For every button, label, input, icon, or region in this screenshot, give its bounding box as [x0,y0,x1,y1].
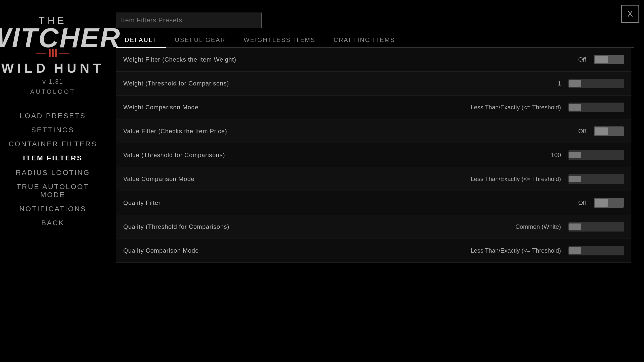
slider-weight-threshold[interactable] [569,79,624,88]
slider-thumb-quality-threshold [569,223,581,230]
logo-roman-numeral: III [48,47,58,60]
setting-value-quality-filter: Off [498,199,594,206]
slider-quality-comparison-mode[interactable] [569,246,624,255]
tab-crafting-items[interactable]: CRAFTING ITEMS [325,33,404,48]
setting-row-value-filter: Value Filter (Checks the Item Price)Off [116,119,631,143]
slider-quality-threshold[interactable] [569,222,624,232]
main-content: DEFAULTUSEFUL GEARWEIGHTLESS ITEMSCRAFTI… [106,0,644,362]
toggle-quality-filter[interactable] [594,198,624,208]
toggle-weight-filter[interactable] [594,55,624,64]
setting-label-weight-threshold: Weight (Threshold for Comparisons) [123,80,473,87]
logo-version: v 1.31 [43,78,63,85]
setting-value-value-threshold: 100 [473,152,569,159]
slider-value-threshold[interactable] [569,150,624,160]
nav-item-true-autoloot-mode[interactable]: TRUE AUTOLOOT MODE [0,181,106,200]
setting-row-value-threshold: Value (Threshold for Comparisons)100 [116,143,631,167]
setting-row-quality-filter: Quality FilterOff [116,191,631,215]
slider-thumb-value-comparison-mode [569,176,581,182]
setting-value-value-comparison-mode: Less Than/Exactly (<= Threshold) [471,175,569,183]
setting-row-weight-comparison-mode: Weight Comparison ModeLess Than/Exactly … [116,96,631,119]
logo-autoloot: AUTOLOOT [18,86,88,95]
roman-line-left [36,53,46,54]
nav-item-item-filters[interactable]: ITEM FILTERS [0,153,106,164]
presets-input-wrap [116,13,634,28]
tab-default[interactable]: DEFAULT [116,33,166,48]
setting-value-weight-filter: Off [498,56,594,63]
logo-wild: WILD [1,61,49,76]
slider-thumb-quality-comparison-mode [569,247,581,254]
setting-value-weight-comparison-mode: Less Than/Exactly (<= Threshold) [471,104,569,111]
tab-weightless-items[interactable]: WEIGHTLESS ITEMS [235,33,325,48]
settings-area[interactable]: Weight Filter (Checks the Item Weight)Of… [116,48,634,352]
setting-value-quality-threshold: Common (White) [473,223,569,230]
toggle-value-filter[interactable] [594,126,624,136]
slider-thumb-weight-comparison-mode [569,104,581,111]
tabs-row: DEFAULTUSEFUL GEARWEIGHTLESS ITEMSCRAFTI… [116,33,634,48]
setting-label-quality-filter: Quality Filter [123,199,498,206]
slider-weight-comparison-mode[interactable] [569,103,624,112]
setting-label-quality-comparison-mode: Quality Comparison Mode [123,247,471,254]
slider-thumb-weight-threshold [569,80,581,87]
setting-row-quality-comparison-mode: Quality Comparison ModeLess Than/Exactly… [116,239,631,263]
setting-value-value-filter: Off [498,128,594,135]
setting-label-value-threshold: Value (Threshold for Comparisons) [123,152,473,159]
nav-item-notifications[interactable]: NOTIFICATIONS [0,203,106,214]
slider-thumb-value-threshold [569,152,581,158]
setting-row-weight-filter: Weight Filter (Checks the Item Weight)Of… [116,48,631,72]
close-icon: X [627,9,633,19]
sidebar: THE WITCHER III WILD HUNT v 1.31 AUTOLOO… [0,0,106,362]
setting-value-weight-threshold: 1 [473,80,569,87]
close-button[interactable]: X [621,5,639,23]
nav-menu: LOAD PRESETSSETTINGSCONTAINER FILTERSITE… [0,110,106,229]
nav-item-load-presets[interactable]: LOAD PRESETS [0,110,106,121]
nav-item-settings[interactable]: SETTINGS [0,124,106,135]
setting-row-weight-threshold: Weight (Threshold for Comparisons)1 [116,72,631,96]
presets-input[interactable] [116,13,262,28]
setting-label-value-filter: Value Filter (Checks the Item Price) [123,128,498,135]
nav-item-back[interactable]: BACK [0,217,106,229]
setting-label-weight-comparison-mode: Weight Comparison Mode [123,104,471,111]
setting-label-value-comparison-mode: Value Comparison Mode [123,175,471,183]
roman-line-right [59,53,69,54]
logo-roman: III [36,47,70,60]
setting-row-value-comparison-mode: Value Comparison ModeLess Than/Exactly (… [116,167,631,191]
witcher-logo: THE WITCHER III WILD HUNT v 1.31 AUTOLOO… [18,15,88,95]
logo-area: THE WITCHER III WILD HUNT v 1.31 AUTOLOO… [18,15,88,95]
slider-value-comparison-mode[interactable] [569,174,624,184]
logo-witcher: WITCHER [0,26,121,50]
setting-label-quality-threshold: Quality (Threshold for Comparisons) [123,223,473,230]
tab-useful-gear[interactable]: USEFUL GEAR [166,33,234,48]
setting-label-weight-filter: Weight Filter (Checks the Item Weight) [123,56,498,63]
nav-item-radius-looting[interactable]: RADIUS LOOTING [0,167,106,178]
logo-hunt: HUNT [54,61,104,76]
setting-value-quality-comparison-mode: Less Than/Exactly (<= Threshold) [471,247,569,254]
nav-item-container-filters[interactable]: CONTAINER FILTERS [0,139,106,150]
setting-row-quality-threshold: Quality (Threshold for Comparisons)Commo… [116,215,631,239]
